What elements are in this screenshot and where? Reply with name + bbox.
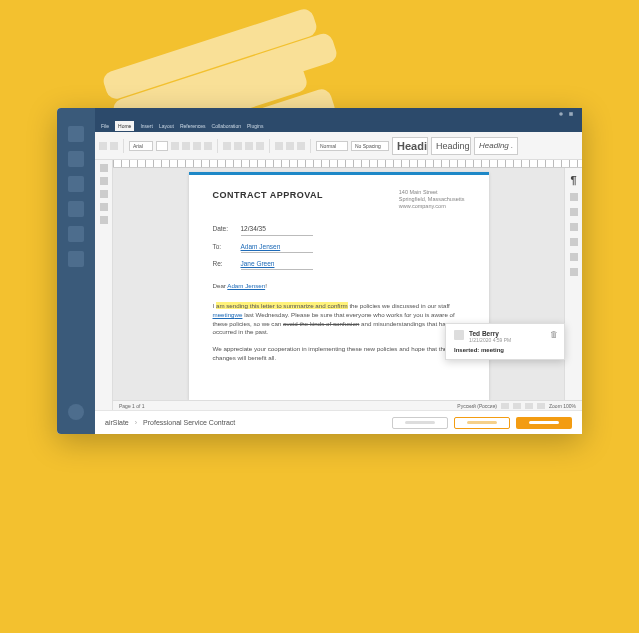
titlebar — [95, 108, 582, 120]
align-left-icon[interactable] — [275, 142, 283, 150]
align-right-icon[interactable] — [297, 142, 305, 150]
sidebar-avatar[interactable] — [68, 404, 84, 420]
menu-references[interactable]: References — [180, 123, 206, 129]
sidebar-item[interactable] — [68, 251, 84, 267]
to-value[interactable]: Adam Jensen — [241, 242, 313, 253]
to-label: To: — [213, 242, 241, 251]
font-select[interactable]: Arial — [129, 141, 153, 151]
right-toolbar: ¶ — [564, 168, 582, 400]
footer-button-outline[interactable] — [454, 417, 510, 429]
app-sidebar — [57, 108, 95, 434]
menu-home[interactable]: Home — [115, 121, 134, 131]
doc-address: 140 Main Street Springfield, Massachuset… — [399, 189, 465, 210]
doc-title: CONTRACT APPROVAL — [213, 189, 324, 202]
underline-icon[interactable] — [193, 142, 201, 150]
header-icon[interactable] — [570, 223, 578, 231]
language-indicator[interactable]: Русский (Россия) — [457, 403, 497, 409]
style-nospacing[interactable]: No Spacing — [351, 141, 389, 151]
paste-icon[interactable] — [110, 142, 118, 150]
menu-collaboration[interactable]: Collaboration — [212, 123, 241, 129]
comment-date: 1/21/2020 4:59 PM — [469, 337, 511, 343]
paragraph-1: I am sending this letter to summarize an… — [213, 302, 465, 337]
thumbnails-icon[interactable] — [100, 216, 108, 224]
salutation: Dear Adam Jensen! — [213, 282, 465, 291]
shape-icon[interactable] — [570, 238, 578, 246]
document-page[interactable]: CONTRACT APPROVAL 140 Main Street Spring… — [189, 172, 489, 400]
table-icon[interactable] — [570, 193, 578, 201]
strike-icon[interactable] — [204, 142, 212, 150]
re-value[interactable]: Jane Green — [241, 259, 313, 270]
chart-icon[interactable] — [570, 253, 578, 261]
footer-button-secondary[interactable] — [392, 417, 448, 429]
fitwidth-icon[interactable] — [537, 403, 545, 409]
comment-body: Inserted: meeting — [454, 347, 556, 353]
trackchanges-icon[interactable] — [513, 403, 521, 409]
paragraph-icon[interactable]: ¶ — [570, 174, 576, 186]
highlighted-text: am sending this letter to summarize and … — [216, 302, 348, 309]
align-center-icon[interactable] — [286, 142, 294, 150]
indent-icon[interactable] — [245, 142, 253, 150]
breadcrumb-root[interactable]: airSlate — [105, 419, 129, 426]
editor-main: File Home Insert Layout References Colla… — [95, 108, 582, 434]
app-footer: airSlate › Professional Service Contract — [95, 410, 582, 434]
bullets-icon[interactable] — [223, 142, 231, 150]
paragraph-2: We appreciate your cooperation in implem… — [213, 345, 465, 362]
fit-icon[interactable] — [525, 403, 533, 409]
italic-icon[interactable] — [182, 142, 190, 150]
trash-icon[interactable]: 🗑 — [550, 330, 558, 339]
style-heading2[interactable]: Heading — [431, 137, 471, 155]
spellcheck-icon[interactable] — [501, 403, 509, 409]
zoom-indicator[interactable]: Zoom 100% — [549, 403, 576, 409]
document-area: CONTRACT APPROVAL 140 Main Street Spring… — [95, 160, 582, 410]
footer-button-primary[interactable] — [516, 417, 572, 429]
style-normal[interactable]: Normal — [316, 141, 348, 151]
menu-layout[interactable]: Layout — [159, 123, 174, 129]
menu-plugins[interactable]: Plugins — [247, 123, 263, 129]
statusbar: Page 1 of 1 Русский (Россия) Zoom 100% — [113, 400, 582, 410]
toolbar: Arial Normal No Spacing Headi Heading He… — [95, 132, 582, 160]
left-toolbar — [95, 160, 113, 410]
bold-icon[interactable] — [171, 142, 179, 150]
breadcrumb-current[interactable]: Professional Service Contract — [143, 419, 235, 426]
sidebar-item[interactable] — [68, 151, 84, 167]
sidebar-item[interactable] — [68, 226, 84, 242]
numbering-icon[interactable] — [234, 142, 242, 150]
style-heading3[interactable]: Heading . — [474, 137, 518, 155]
bookmarks-icon[interactable] — [100, 203, 108, 211]
font-size-select[interactable] — [156, 141, 168, 151]
copy-icon[interactable] — [99, 142, 107, 150]
sidebar-item[interactable] — [68, 176, 84, 192]
re-label: Re: — [213, 259, 241, 268]
user-icon[interactable] — [558, 111, 564, 117]
deleted-text: avoid the kinds of confusion — [283, 320, 359, 327]
chevron-right-icon: › — [135, 419, 137, 426]
comment-author: Ted Berry — [469, 330, 511, 337]
doc-container: CONTRACT APPROVAL 140 Main Street Spring… — [113, 160, 582, 410]
outdent-icon[interactable] — [256, 142, 264, 150]
headings-icon[interactable] — [100, 190, 108, 198]
menubar: File Home Insert Layout References Colla… — [95, 120, 582, 132]
style-heading1[interactable]: Headi — [392, 137, 428, 155]
menu-file[interactable]: File — [101, 123, 109, 129]
doc-scroll[interactable]: CONTRACT APPROVAL 140 Main Street Spring… — [113, 168, 564, 400]
sidebar-item[interactable] — [68, 126, 84, 142]
menu-insert[interactable]: Insert — [140, 123, 153, 129]
comment-popup[interactable]: 🗑 Ted Berry 1/21/2020 4:59 PM Inserted: … — [445, 323, 565, 360]
svg-point-0 — [559, 112, 563, 116]
horizontal-ruler[interactable] — [113, 160, 582, 168]
image-icon[interactable] — [570, 208, 578, 216]
date-value[interactable]: 12/34/35 — [241, 224, 313, 235]
inserted-text: meeting — [213, 311, 235, 318]
search-icon[interactable] — [100, 164, 108, 172]
sidebar-item[interactable] — [68, 201, 84, 217]
text-icon[interactable] — [570, 268, 578, 276]
comments-icon[interactable] — [100, 177, 108, 185]
page-indicator: Page 1 of 1 — [119, 403, 145, 409]
app-window: File Home Insert Layout References Colla… — [57, 108, 582, 434]
date-label: Date: — [213, 224, 241, 233]
avatar — [454, 330, 464, 340]
svg-rect-1 — [569, 112, 573, 116]
menu-icon[interactable] — [568, 111, 574, 117]
